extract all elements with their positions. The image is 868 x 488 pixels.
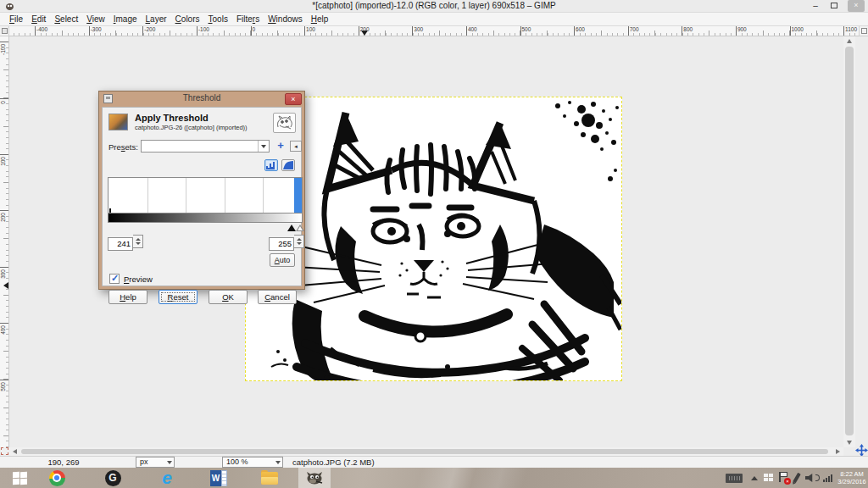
presets-combobox[interactable] (141, 140, 270, 152)
taskbar-word[interactable]: W (206, 468, 231, 488)
zoom-follow-window-button[interactable] (859, 26, 868, 36)
network-signal-icon[interactable] (823, 474, 834, 482)
show-hidden-icons-caret[interactable] (751, 476, 758, 480)
menu-image[interactable]: Image (109, 13, 142, 25)
horizontal-ruler[interactable]: -400-300-200-100010020030040050060070080… (9, 26, 859, 36)
horizontal-scrollbar-thumb[interactable] (21, 449, 828, 454)
menu-help[interactable]: Help (307, 13, 333, 25)
ruler-major-tick (628, 26, 629, 36)
threshold-gradient-strip[interactable] (108, 214, 303, 223)
g-app-icon: G (105, 470, 121, 486)
presets-label: Presets: (108, 142, 138, 152)
action-center-flag-icon[interactable]: × (779, 472, 789, 484)
scroll-left-arrow[interactable] (13, 449, 17, 454)
unit-select[interactable]: px (136, 457, 175, 468)
pointer-position-readout: 190, 269 (25, 458, 102, 467)
menu-bar: FileEditSelectViewImageLayerColorsToolsF… (0, 13, 868, 26)
gimp-wilber-icon (305, 470, 324, 485)
low-threshold-marker[interactable] (287, 225, 296, 231)
horizontal-scrollbar[interactable] (9, 447, 843, 456)
low-threshold-spinner[interactable] (133, 235, 143, 248)
high-threshold-marker[interactable] (296, 225, 304, 231)
taskbar-chrome[interactable] (44, 468, 70, 488)
ruler-label: 100 (306, 26, 315, 32)
ruler-major-tick (412, 26, 413, 36)
high-threshold-input[interactable] (269, 237, 294, 251)
menu-tools[interactable]: Tools (204, 13, 232, 25)
pen-input-icon[interactable] (793, 473, 800, 483)
ruler-label: 400 (468, 26, 477, 32)
menu-file[interactable]: File (5, 13, 27, 25)
windows-defender-icon[interactable] (764, 474, 773, 482)
taskbar-gimp-active[interactable] (298, 468, 331, 488)
ruler-major-tick (0, 98, 8, 99)
cancel-button[interactable]: Cancel (258, 290, 297, 304)
preset-menu-button[interactable]: ◂ (290, 141, 302, 152)
menu-edit[interactable]: Edit (27, 13, 50, 25)
windows-logo-icon (13, 472, 27, 485)
taskbar-internet-explorer[interactable]: e (154, 468, 180, 488)
volume-icon[interactable] (805, 474, 815, 482)
menu-colors[interactable]: Colors (171, 13, 204, 25)
tray-date: 3/29/2016 (837, 478, 865, 485)
vertical-scrollbar-thumb[interactable] (845, 47, 854, 435)
reset-button[interactable]: Reset (159, 290, 198, 304)
ruler-origin-corner[interactable] (0, 26, 9, 36)
high-threshold-spinner[interactable] (294, 235, 304, 248)
logarithmic-histogram-toggle[interactable] (281, 159, 295, 171)
minimize-button[interactable]: – (807, 0, 824, 12)
window-title: *[catphoto] (imported)-12.0 (RGB color, … (0, 1, 868, 10)
ruler-label: 1000 (792, 26, 804, 32)
ok-button[interactable]: OK (209, 290, 248, 304)
zoom-select[interactable]: 100 % (222, 457, 283, 468)
vertical-scrollbar[interactable] (843, 36, 855, 447)
ruler-major-tick (35, 26, 36, 36)
menu-windows[interactable]: Windows (264, 13, 307, 25)
vertical-ruler[interactable]: -1000100200300400500 (0, 36, 9, 447)
file-explorer-icon (261, 472, 278, 485)
quick-mask-toggle[interactable] (1, 447, 8, 455)
auto-button[interactable]: Auto (270, 253, 295, 267)
ruler-label: 100 (0, 157, 6, 166)
scroll-down-arrow[interactable] (847, 441, 852, 445)
menu-select[interactable]: Select (50, 13, 82, 25)
menu-view[interactable]: View (82, 13, 109, 25)
navigation-button[interactable] (855, 444, 868, 457)
ruler-label: 400 (0, 325, 6, 335)
taskbar-file-explorer[interactable] (257, 468, 282, 488)
ruler-major-tick (682, 26, 682, 36)
start-button[interactable] (7, 468, 32, 488)
preview-checkbox[interactable] (109, 274, 120, 284)
tray-clock[interactable]: 8:22 AM 3/29/2016 (837, 470, 866, 485)
help-button[interactable]: Help (108, 290, 147, 304)
taskbar-g-app[interactable]: G (100, 468, 125, 488)
menu-layer[interactable]: Layer (142, 13, 171, 25)
maximize-button[interactable] (826, 0, 843, 12)
threshold-histogram[interactable] (108, 177, 303, 214)
close-button[interactable]: × (848, 0, 865, 12)
file-info-label: catphoto.JPG (7.2 MB) (292, 458, 375, 467)
linear-histogram-toggle[interactable] (264, 159, 278, 171)
threshold-dialog[interactable]: Threshold × Apply Threshold catphoto.JPG… (98, 91, 305, 290)
scroll-up-arrow[interactable] (847, 39, 852, 43)
ruler-label: 0 (253, 26, 256, 32)
window-titlebar[interactable]: *[catphoto] (imported)-12.0 (RGB color, … (0, 0, 868, 13)
preview-label[interactable]: Preview (124, 274, 153, 284)
scroll-right-arrow[interactable] (836, 449, 840, 454)
add-preset-button[interactable]: + (275, 140, 287, 152)
low-threshold-spinbox[interactable] (108, 235, 133, 248)
threshold-dialog-titlebar[interactable]: Threshold × (99, 92, 304, 107)
ruler-major-tick (0, 323, 8, 324)
ruler-origin-icon (2, 28, 8, 34)
wilber-help-button[interactable] (273, 113, 296, 133)
ruler-major-tick (0, 267, 8, 268)
ruler-label: 1100 (845, 26, 857, 32)
low-threshold-input[interactable] (108, 237, 133, 251)
internet-explorer-icon: e (162, 469, 172, 486)
maximize-icon (831, 3, 837, 8)
touch-keyboard-icon[interactable] (726, 474, 743, 483)
high-threshold-spinbox[interactable] (269, 235, 294, 248)
menu-filters[interactable]: Filters (232, 13, 264, 25)
dialog-close-button[interactable]: × (285, 93, 302, 105)
ruler-major-tick (736, 26, 737, 36)
